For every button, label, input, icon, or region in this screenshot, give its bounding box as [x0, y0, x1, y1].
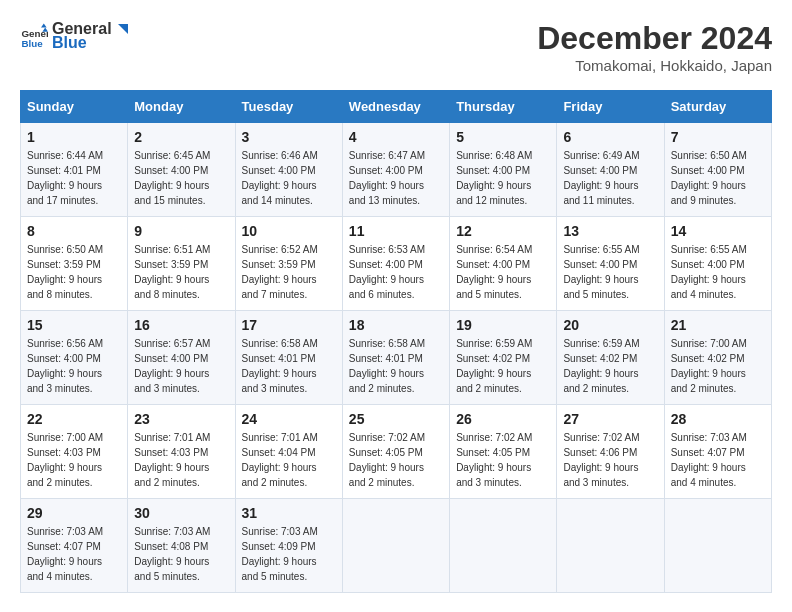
day-detail: Sunrise: 7:03 AM Sunset: 4:08 PM Dayligh…	[134, 524, 228, 584]
day-number: 14	[671, 223, 765, 239]
day-number: 5	[456, 129, 550, 145]
calendar-cell: 28 Sunrise: 7:03 AM Sunset: 4:07 PM Dayl…	[664, 405, 771, 499]
day-number: 15	[27, 317, 121, 333]
day-detail: Sunrise: 6:57 AM Sunset: 4:00 PM Dayligh…	[134, 336, 228, 396]
calendar-cell: 14 Sunrise: 6:55 AM Sunset: 4:00 PM Dayl…	[664, 217, 771, 311]
weekday-header-thursday: Thursday	[450, 91, 557, 123]
day-number: 29	[27, 505, 121, 521]
calendar-cell: 10 Sunrise: 6:52 AM Sunset: 3:59 PM Dayl…	[235, 217, 342, 311]
day-number: 30	[134, 505, 228, 521]
day-detail: Sunrise: 6:53 AM Sunset: 4:00 PM Dayligh…	[349, 242, 443, 302]
location-title: Tomakomai, Hokkaido, Japan	[537, 57, 772, 74]
calendar-cell: 15 Sunrise: 6:56 AM Sunset: 4:00 PM Dayl…	[21, 311, 128, 405]
weekday-header-wednesday: Wednesday	[342, 91, 449, 123]
day-detail: Sunrise: 6:59 AM Sunset: 4:02 PM Dayligh…	[563, 336, 657, 396]
header: General Blue General Blue December 2024 …	[20, 20, 772, 74]
day-detail: Sunrise: 6:59 AM Sunset: 4:02 PM Dayligh…	[456, 336, 550, 396]
calendar-cell: 30 Sunrise: 7:03 AM Sunset: 4:08 PM Dayl…	[128, 499, 235, 593]
day-detail: Sunrise: 7:03 AM Sunset: 4:07 PM Dayligh…	[671, 430, 765, 490]
weekday-header-tuesday: Tuesday	[235, 91, 342, 123]
day-number: 25	[349, 411, 443, 427]
day-detail: Sunrise: 7:01 AM Sunset: 4:04 PM Dayligh…	[242, 430, 336, 490]
calendar-week-row: 15 Sunrise: 6:56 AM Sunset: 4:00 PM Dayl…	[21, 311, 772, 405]
calendar-cell: 17 Sunrise: 6:58 AM Sunset: 4:01 PM Dayl…	[235, 311, 342, 405]
calendar-cell: 31 Sunrise: 7:03 AM Sunset: 4:09 PM Dayl…	[235, 499, 342, 593]
day-detail: Sunrise: 6:48 AM Sunset: 4:00 PM Dayligh…	[456, 148, 550, 208]
day-detail: Sunrise: 7:01 AM Sunset: 4:03 PM Dayligh…	[134, 430, 228, 490]
day-number: 17	[242, 317, 336, 333]
day-number: 2	[134, 129, 228, 145]
logo: General Blue General Blue	[20, 20, 132, 52]
day-number: 21	[671, 317, 765, 333]
calendar-cell: 2 Sunrise: 6:45 AM Sunset: 4:00 PM Dayli…	[128, 123, 235, 217]
calendar-week-row: 29 Sunrise: 7:03 AM Sunset: 4:07 PM Dayl…	[21, 499, 772, 593]
calendar-cell: 16 Sunrise: 6:57 AM Sunset: 4:00 PM Dayl…	[128, 311, 235, 405]
month-title: December 2024	[537, 20, 772, 57]
day-detail: Sunrise: 7:02 AM Sunset: 4:06 PM Dayligh…	[563, 430, 657, 490]
calendar-cell: 5 Sunrise: 6:48 AM Sunset: 4:00 PM Dayli…	[450, 123, 557, 217]
day-number: 13	[563, 223, 657, 239]
calendar-cell: 23 Sunrise: 7:01 AM Sunset: 4:03 PM Dayl…	[128, 405, 235, 499]
day-number: 26	[456, 411, 550, 427]
day-detail: Sunrise: 7:02 AM Sunset: 4:05 PM Dayligh…	[349, 430, 443, 490]
day-detail: Sunrise: 7:00 AM Sunset: 4:02 PM Dayligh…	[671, 336, 765, 396]
calendar-cell: 21 Sunrise: 7:00 AM Sunset: 4:02 PM Dayl…	[664, 311, 771, 405]
day-number: 3	[242, 129, 336, 145]
day-number: 23	[134, 411, 228, 427]
day-detail: Sunrise: 6:55 AM Sunset: 4:00 PM Dayligh…	[671, 242, 765, 302]
day-detail: Sunrise: 7:00 AM Sunset: 4:03 PM Dayligh…	[27, 430, 121, 490]
title-area: December 2024 Tomakomai, Hokkaido, Japan	[537, 20, 772, 74]
calendar-cell: 7 Sunrise: 6:50 AM Sunset: 4:00 PM Dayli…	[664, 123, 771, 217]
calendar-cell: 24 Sunrise: 7:01 AM Sunset: 4:04 PM Dayl…	[235, 405, 342, 499]
day-detail: Sunrise: 7:03 AM Sunset: 4:09 PM Dayligh…	[242, 524, 336, 584]
day-detail: Sunrise: 6:54 AM Sunset: 4:00 PM Dayligh…	[456, 242, 550, 302]
calendar-cell	[450, 499, 557, 593]
day-number: 6	[563, 129, 657, 145]
weekday-header-sunday: Sunday	[21, 91, 128, 123]
day-number: 12	[456, 223, 550, 239]
day-detail: Sunrise: 6:46 AM Sunset: 4:00 PM Dayligh…	[242, 148, 336, 208]
calendar-week-row: 1 Sunrise: 6:44 AM Sunset: 4:01 PM Dayli…	[21, 123, 772, 217]
day-number: 16	[134, 317, 228, 333]
day-number: 31	[242, 505, 336, 521]
day-detail: Sunrise: 6:51 AM Sunset: 3:59 PM Dayligh…	[134, 242, 228, 302]
day-number: 9	[134, 223, 228, 239]
calendar-cell: 8 Sunrise: 6:50 AM Sunset: 3:59 PM Dayli…	[21, 217, 128, 311]
day-number: 18	[349, 317, 443, 333]
calendar-cell: 4 Sunrise: 6:47 AM Sunset: 4:00 PM Dayli…	[342, 123, 449, 217]
weekday-header-friday: Friday	[557, 91, 664, 123]
day-detail: Sunrise: 6:50 AM Sunset: 3:59 PM Dayligh…	[27, 242, 121, 302]
calendar-week-row: 22 Sunrise: 7:00 AM Sunset: 4:03 PM Dayl…	[21, 405, 772, 499]
day-number: 11	[349, 223, 443, 239]
weekday-header-saturday: Saturday	[664, 91, 771, 123]
day-detail: Sunrise: 6:56 AM Sunset: 4:00 PM Dayligh…	[27, 336, 121, 396]
calendar-cell: 29 Sunrise: 7:03 AM Sunset: 4:07 PM Dayl…	[21, 499, 128, 593]
day-number: 24	[242, 411, 336, 427]
day-detail: Sunrise: 6:58 AM Sunset: 4:01 PM Dayligh…	[349, 336, 443, 396]
calendar-week-row: 8 Sunrise: 6:50 AM Sunset: 3:59 PM Dayli…	[21, 217, 772, 311]
day-number: 27	[563, 411, 657, 427]
day-number: 28	[671, 411, 765, 427]
day-number: 20	[563, 317, 657, 333]
svg-text:Blue: Blue	[21, 38, 43, 49]
day-number: 4	[349, 129, 443, 145]
svg-marker-2	[41, 23, 47, 27]
calendar-cell	[557, 499, 664, 593]
calendar-cell: 13 Sunrise: 6:55 AM Sunset: 4:00 PM Dayl…	[557, 217, 664, 311]
day-detail: Sunrise: 6:50 AM Sunset: 4:00 PM Dayligh…	[671, 148, 765, 208]
day-detail: Sunrise: 6:55 AM Sunset: 4:00 PM Dayligh…	[563, 242, 657, 302]
calendar-cell	[664, 499, 771, 593]
calendar-cell: 9 Sunrise: 6:51 AM Sunset: 3:59 PM Dayli…	[128, 217, 235, 311]
calendar-cell: 1 Sunrise: 6:44 AM Sunset: 4:01 PM Dayli…	[21, 123, 128, 217]
calendar-cell: 19 Sunrise: 6:59 AM Sunset: 4:02 PM Dayl…	[450, 311, 557, 405]
day-detail: Sunrise: 6:45 AM Sunset: 4:00 PM Dayligh…	[134, 148, 228, 208]
day-number: 22	[27, 411, 121, 427]
day-number: 1	[27, 129, 121, 145]
day-number: 10	[242, 223, 336, 239]
day-detail: Sunrise: 6:52 AM Sunset: 3:59 PM Dayligh…	[242, 242, 336, 302]
weekday-header-row: SundayMondayTuesdayWednesdayThursdayFrid…	[21, 91, 772, 123]
day-detail: Sunrise: 6:58 AM Sunset: 4:01 PM Dayligh…	[242, 336, 336, 396]
calendar-cell: 25 Sunrise: 7:02 AM Sunset: 4:05 PM Dayl…	[342, 405, 449, 499]
day-detail: Sunrise: 6:49 AM Sunset: 4:00 PM Dayligh…	[563, 148, 657, 208]
day-detail: Sunrise: 6:44 AM Sunset: 4:01 PM Dayligh…	[27, 148, 121, 208]
